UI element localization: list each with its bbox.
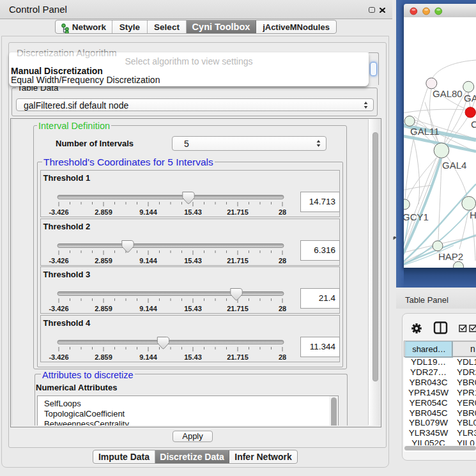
svg-text:21.715: 21.715 bbox=[227, 256, 249, 264]
svg-text:-3.426: -3.426 bbox=[49, 208, 68, 216]
svg-text:2.859: 2.859 bbox=[95, 256, 112, 264]
svg-text:2.859: 2.859 bbox=[95, 353, 112, 360]
svg-text:GAL4: GAL4 bbox=[442, 160, 466, 171]
svg-text:15.43: 15.43 bbox=[184, 353, 202, 360]
svg-text:H: H bbox=[470, 210, 476, 220]
svg-text:9.144: 9.144 bbox=[139, 305, 157, 312]
svg-text:15.43: 15.43 bbox=[184, 305, 202, 312]
svg-text:9.144: 9.144 bbox=[139, 256, 157, 264]
svg-text:GA: GA bbox=[464, 93, 476, 104]
svg-text:15.43: 15.43 bbox=[184, 256, 202, 264]
svg-text:28: 28 bbox=[279, 256, 286, 264]
svg-text:28: 28 bbox=[279, 208, 286, 216]
svg-text:15.43: 15.43 bbox=[184, 208, 202, 216]
svg-text:C: C bbox=[471, 119, 476, 130]
svg-text:21.715: 21.715 bbox=[227, 305, 249, 312]
svg-text:GCY1: GCY1 bbox=[404, 211, 429, 222]
svg-text:-3.426: -3.426 bbox=[49, 256, 68, 264]
svg-text:2.859: 2.859 bbox=[95, 305, 112, 312]
svg-text:2.859: 2.859 bbox=[95, 208, 112, 216]
svg-text:HAP2: HAP2 bbox=[438, 251, 463, 262]
svg-text:9.144: 9.144 bbox=[139, 353, 157, 360]
svg-text:9.144: 9.144 bbox=[139, 208, 157, 216]
svg-text:GAL11: GAL11 bbox=[410, 126, 440, 137]
svg-text:21.715: 21.715 bbox=[227, 353, 249, 360]
svg-text:-3.426: -3.426 bbox=[49, 353, 68, 360]
svg-text:-3.426: -3.426 bbox=[49, 305, 68, 312]
svg-text:28: 28 bbox=[279, 305, 286, 312]
svg-text:21.715: 21.715 bbox=[227, 208, 249, 216]
svg-text:28: 28 bbox=[279, 353, 286, 360]
svg-text:GAL80: GAL80 bbox=[433, 88, 463, 99]
